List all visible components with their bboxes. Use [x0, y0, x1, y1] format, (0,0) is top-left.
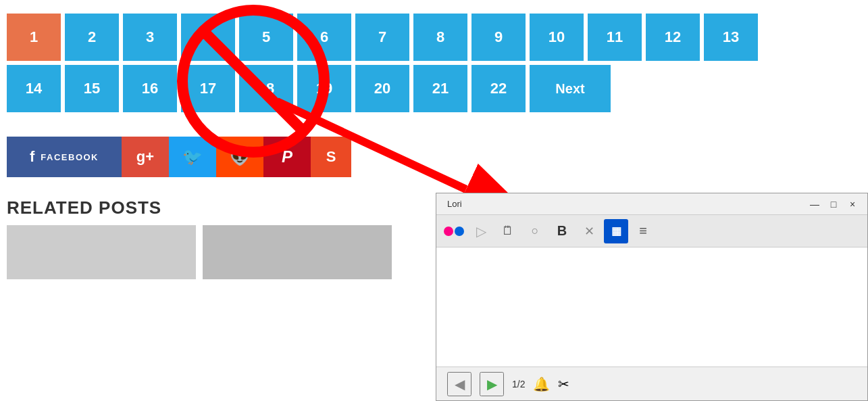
page-button-17[interactable]: 17	[181, 65, 235, 112]
thumbnail-2	[203, 225, 392, 279]
twitter-icon: 🐦	[182, 147, 203, 166]
back-arrow-icon: ◀	[455, 376, 465, 392]
browser-title: Lori	[447, 199, 462, 209]
page-button-8[interactable]: 8	[413, 14, 467, 61]
page-counter: 1/2	[512, 379, 525, 390]
page-button-12[interactable]: 12	[646, 14, 700, 61]
pinterest-button[interactable]: P	[263, 137, 311, 177]
forward-nav-arrow-icon: ▶	[487, 376, 497, 392]
page-button-5[interactable]: 5	[239, 14, 293, 61]
thumbnail-1	[7, 225, 196, 279]
bold-icon: B	[557, 223, 567, 239]
stumbleupon-icon: S	[326, 148, 336, 166]
pagination-row-2: 141516171819202122Next	[7, 65, 861, 112]
page-button-15[interactable]: 15	[65, 65, 119, 112]
page-button-9[interactable]: 9	[471, 14, 526, 61]
page-button-11[interactable]: 11	[588, 14, 642, 61]
page-button-18[interactable]: 18	[239, 65, 293, 112]
close-button[interactable]: ×	[843, 196, 862, 212]
reddit-button[interactable]: 👽	[216, 137, 263, 177]
page-button-19[interactable]: 19	[297, 65, 351, 112]
page-button-7[interactable]: 7	[355, 14, 409, 61]
flickr-icon	[444, 227, 464, 236]
browser-toolbar: ▷ 🗒 ○ B ✕ ▦ ≡	[436, 215, 867, 247]
facebook-button[interactable]: f FACEBOOK	[7, 137, 122, 177]
page-button-22[interactable]: 22	[471, 65, 526, 112]
stumbleupon-button[interactable]: S	[311, 137, 351, 177]
page-button-10[interactable]: 10	[530, 14, 584, 61]
twitter-button[interactable]: 🐦	[169, 137, 216, 177]
page-button-20[interactable]: 20	[355, 65, 409, 112]
forward-arrow-button[interactable]: ▷	[469, 219, 493, 243]
back-navigation-button[interactable]: ◀	[447, 372, 471, 396]
pagination-section: 12345678910111213 141516171819202122Next	[0, 0, 868, 123]
flickr-pink-dot	[444, 227, 453, 236]
page-button-6[interactable]: 6	[297, 14, 351, 61]
page-button-next[interactable]: Next	[530, 65, 611, 112]
page-button-21[interactable]: 21	[413, 65, 467, 112]
trello-icon: ▦	[611, 225, 621, 237]
social-section: f FACEBOOK g+ 🐦 👽 P S	[0, 130, 868, 184]
xmark-icon: ✕	[584, 224, 594, 239]
info-button[interactable]: 🗒	[496, 219, 520, 243]
browser-titlebar: Lori — □ ×	[436, 193, 867, 215]
maximize-button[interactable]: □	[824, 196, 843, 212]
info-icon: 🗒	[502, 224, 514, 238]
pagination-row-1: 12345678910111213	[7, 14, 861, 61]
flickr-blue-dot	[455, 227, 464, 236]
circle-icon: ○	[532, 224, 539, 238]
minimize-button[interactable]: —	[805, 196, 824, 212]
browser-footer: ◀ ▶ 1/2 🔔 ✂	[436, 367, 867, 400]
pinterest-icon: P	[282, 147, 292, 166]
page-button-14[interactable]: 14	[7, 65, 61, 112]
forward-arrow-icon: ▷	[476, 223, 486, 239]
page-button-3[interactable]: 3	[123, 14, 177, 61]
menu-button[interactable]: ≡	[631, 219, 655, 243]
google-plus-button[interactable]: g+	[122, 137, 169, 177]
page-button-1[interactable]: 1	[7, 14, 61, 61]
google-plus-icon: g+	[136, 148, 154, 166]
circle-button[interactable]: ○	[523, 219, 547, 243]
menu-icon: ≡	[639, 223, 647, 239]
page-button-4[interactable]: 4	[181, 14, 235, 61]
facebook-label: FACEBOOK	[41, 152, 99, 162]
xmark-button[interactable]: ✕	[577, 219, 601, 243]
forward-navigation-button[interactable]: ▶	[480, 372, 504, 396]
page-button-13[interactable]: 13	[704, 14, 758, 61]
reddit-icon: 👽	[230, 147, 250, 166]
facebook-icon: f	[30, 148, 35, 166]
trello-button[interactable]: ▦	[604, 219, 628, 243]
bell-icon: 🔔	[533, 376, 550, 392]
browser-window: Lori — □ × ▷ 🗒 ○ B ✕ ▦	[436, 193, 868, 401]
scissors-icon: ✂	[558, 376, 569, 392]
bold-button[interactable]: B	[550, 219, 574, 243]
page-button-2[interactable]: 2	[65, 14, 119, 61]
flickr-icon-button[interactable]	[442, 219, 466, 243]
page-button-16[interactable]: 16	[123, 65, 177, 112]
